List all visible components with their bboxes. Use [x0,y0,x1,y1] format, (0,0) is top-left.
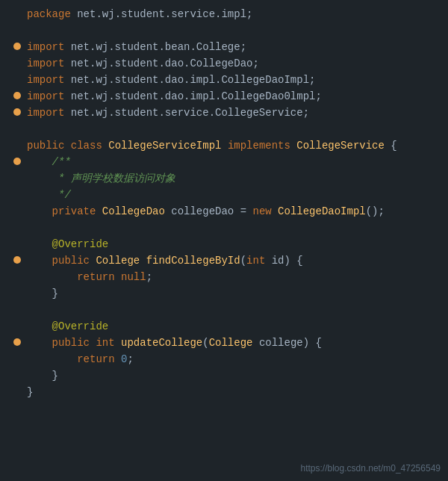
token: net.wj.student.bean [71,41,190,53]
code-line [0,220,448,236]
gutter-marker [6,43,21,50]
code-content: return null; [27,269,448,285]
token: @Override [52,238,109,250]
code-content: } [27,367,448,384]
token: .CollegeDaoImpl; [215,74,315,86]
code-content: @Override [27,236,448,252]
token: import [27,58,71,69]
code-line: return 0; [0,351,448,367]
token: .CollegeDao0lmpl; [215,90,322,102]
code-line: } [0,285,448,302]
watermark: https://blog.csdn.net/m0_47256549 [301,463,441,474]
code-line: package net.wj.student.service.impl; [0,6,448,22]
token: ( [240,255,246,267]
code-content [27,220,448,236]
code-content: public int updateCollege(College college… [27,335,448,351]
code-line: import net.wj.student.bean.College; [0,39,448,55]
token: .CollegeService; [209,107,309,119]
token: (); [366,205,385,217]
code-line: import net.wj.student.dao.CollegeDao; [0,55,448,72]
code-line: public class CollegeServiceImpl implemen… [0,137,448,154]
token: * 声明学校数据访问对象 [27,173,175,184]
code-content: package net.wj.student.service.impl; [27,6,448,22]
token: private [52,205,102,217]
breakpoint-icon [13,92,21,99]
gutter-marker [6,256,21,264]
token: implements [228,140,296,152]
token: { [391,140,396,152]
token [27,255,52,267]
code-line: } [0,367,448,384]
code-content: import net.wj.student.dao.impl.CollegeDa… [27,72,448,88]
token: CollegeService [296,140,391,152]
token: import [27,107,71,119]
code-line: import net.wj.student.dao.impl.CollegeDa… [0,72,448,88]
token: /** [27,156,71,168]
code-content: public class CollegeServiceImpl implemen… [27,137,448,154]
token: College [96,255,146,267]
token: net.wj.student.dao.impl [71,74,215,86]
token: ; [146,271,152,283]
code-line: @Override [0,318,448,335]
code-line: @Override [0,236,448,252]
token: null [121,271,146,283]
gutter-marker [6,158,21,165]
token: college [259,337,303,349]
gutter-marker [6,338,21,346]
token: return [77,353,121,365]
token: net.wj.student.service.impl [77,8,246,20]
code-editor: package net.wj.student.service.impl; imp… [0,0,448,481]
code-content: @Override [27,318,448,335]
code-content: public College findCollegeById(int id) { [27,252,448,269]
token: } [27,288,58,300]
token [27,238,52,250]
code-line: return null; [0,269,448,285]
code-line: private CollegeDao collegeDao = new Coll… [0,203,448,220]
token [27,271,77,283]
token: = [240,205,253,217]
code-line: */ [0,187,448,203]
code-content [27,22,448,39]
token: public [52,337,96,349]
token: updateCollege [121,337,202,349]
code-line [0,22,448,39]
code-content: import net.wj.student.dao.CollegeDao; [27,55,448,72]
code-line: /** [0,154,448,170]
breakpoint-icon [13,338,21,346]
code-content: */ [27,187,448,203]
code-line: import net.wj.student.service.CollegeSer… [0,105,448,121]
token [27,320,52,332]
token: package [27,8,77,20]
token: import [27,74,71,86]
token: ) { [284,255,303,267]
gutter-marker [6,108,21,116]
code-content: } [27,384,448,400]
token: @Override [52,320,109,332]
code-line: public College findCollegeById(int id) { [0,252,448,269]
token: CollegeDao [102,205,171,217]
token: findCollegeById [146,255,240,267]
token: int [246,255,272,267]
code-content: return 0; [27,351,448,367]
code-content [27,121,448,137]
breakpoint-icon [13,108,21,116]
code-line: * 声明学校数据访问对象 [0,170,448,187]
token: } [27,370,58,382]
token [27,205,52,217]
code-content: /** [27,154,448,170]
code-content: import net.wj.student.bean.College; [27,39,448,55]
token: return [77,271,121,283]
code-line: } [0,384,448,400]
token: import [27,41,71,53]
token [27,337,52,349]
token: */ [27,189,71,201]
token: CollegeServiceImpl [108,140,228,152]
token: CollegeDaoImpl [278,205,366,217]
token: net.wj.student.dao [71,58,184,69]
code-content: * 声明学校数据访问对象 [27,170,448,187]
code-content: import net.wj.student.dao.impl.CollegeDa… [27,88,448,105]
token: ( [202,337,208,349]
token: import [27,90,71,102]
token: public [52,255,96,267]
token: int [96,337,121,349]
